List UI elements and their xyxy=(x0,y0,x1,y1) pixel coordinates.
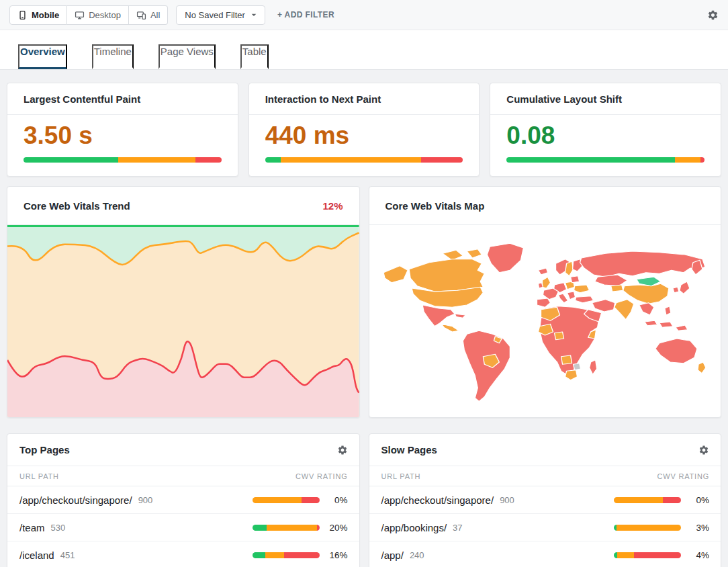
device-toggle-desktop-label: Desktop xyxy=(89,10,121,20)
metric-value: 0.08 xyxy=(506,122,704,149)
cwv-map-container xyxy=(369,225,721,418)
tab-page-views[interactable]: Page Views xyxy=(158,44,216,69)
device-toggle-desktop[interactable]: Desktop xyxy=(67,5,129,25)
slow-pages-card: Slow Pages URL PATH CWV RATING /app/chec… xyxy=(369,433,722,567)
monitor-icon xyxy=(75,10,85,20)
trend-change-badge: 12% xyxy=(322,200,343,212)
rating-distribution-bar xyxy=(614,525,681,531)
table-row[interactable]: /app/checkout/singapore/ 900 0% xyxy=(369,486,721,514)
cwv-trend-chart[interactable] xyxy=(7,225,359,418)
table-row[interactable]: /team 530 20% xyxy=(7,514,359,541)
top-pages-title: Top Pages xyxy=(19,444,70,455)
rating-distribution-bar xyxy=(253,552,320,558)
page-count: 530 xyxy=(51,523,66,533)
cwv-rating-value: 20% xyxy=(320,523,348,533)
tab-table[interactable]: Table xyxy=(240,44,269,69)
metric-card-inp: Interaction to Next Paint 440 ms xyxy=(248,83,480,177)
device-toggle-mobile-label: Mobile xyxy=(32,10,59,20)
add-filter-button[interactable]: + ADD FILTER xyxy=(277,10,334,19)
trend-area-chart xyxy=(7,225,359,418)
gear-icon xyxy=(707,9,719,21)
metric-card-cls: Cumulative Layout Shift 0.08 xyxy=(490,83,721,177)
top-pages-card: Top Pages URL PATH CWV RATING /app/check… xyxy=(7,433,360,567)
caret-down-icon xyxy=(248,9,259,20)
world-map[interactable] xyxy=(377,238,713,406)
metric-value: 3.50 s xyxy=(24,122,222,149)
cwv-rating-value: 3% xyxy=(681,523,709,533)
rating-distribution-bar xyxy=(24,157,222,163)
column-header-cwv-rating: CWV RATING xyxy=(295,472,347,480)
map-panel-title: Core Web Vitals Map xyxy=(385,200,485,212)
gear-icon xyxy=(698,445,709,455)
device-toggle-all-label: All xyxy=(150,10,160,20)
toolbar-settings-button[interactable] xyxy=(707,9,719,21)
column-header-cwv-rating: CWV RATING xyxy=(657,472,709,480)
table-row[interactable]: /app/checkout/singapore/ 900 0% xyxy=(7,486,359,514)
device-toggle: Mobile Desktop All xyxy=(9,5,168,25)
metric-title: Interaction to Next Paint xyxy=(249,83,480,115)
tab-overview[interactable]: Overview xyxy=(18,44,67,69)
device-toggle-mobile[interactable]: Mobile xyxy=(9,5,67,25)
page-path[interactable]: /team xyxy=(19,522,45,533)
dashboard-content: Largest Contentful Paint 3.50 s Interact… xyxy=(0,70,728,567)
view-tabs: Overview Timeline Page Views Table xyxy=(0,30,728,70)
rating-distribution-bar xyxy=(614,497,681,503)
rating-distribution-bar xyxy=(265,157,463,163)
devices-icon xyxy=(136,10,146,20)
gear-icon xyxy=(337,445,348,455)
device-toggle-all[interactable]: All xyxy=(129,5,168,25)
rating-distribution-bar xyxy=(614,552,681,558)
metric-value: 440 ms xyxy=(265,122,463,149)
top-toolbar: Mobile Desktop All No Saved Filter + ADD… xyxy=(0,0,728,30)
metric-card-lcp: Largest Contentful Paint 3.50 s xyxy=(7,83,238,177)
page-count: 451 xyxy=(60,550,75,560)
rating-distribution-bar xyxy=(253,497,320,503)
phone-icon xyxy=(17,10,28,20)
rating-distribution-bar xyxy=(253,525,320,531)
column-header-url-path: URL PATH xyxy=(381,472,421,480)
rating-distribution-bar xyxy=(506,157,704,163)
table-row[interactable]: /iceland 451 16% xyxy=(7,541,359,567)
table-row[interactable]: /app/ 240 4% xyxy=(369,541,721,567)
cwv-rating-value: 0% xyxy=(681,495,709,505)
page-count: 900 xyxy=(500,495,514,505)
page-path[interactable]: /iceland xyxy=(19,550,54,561)
page-path[interactable]: /app/checkout/singapore/ xyxy=(381,494,494,506)
slow-pages-settings-button[interactable] xyxy=(698,445,709,455)
map-panel: Core Web Vitals Map xyxy=(369,186,722,418)
page-path[interactable]: /app/ xyxy=(381,550,404,561)
table-row[interactable]: /app/bookings/ 37 3% xyxy=(369,514,721,541)
page-count: 37 xyxy=(453,523,462,533)
trend-panel-title: Core Web Vitals Trend xyxy=(24,200,130,212)
cwv-rating-value: 16% xyxy=(320,550,348,560)
page-count: 900 xyxy=(138,495,153,505)
page-path[interactable]: /app/bookings/ xyxy=(381,522,447,533)
trend-panel: Core Web Vitals Trend 12% xyxy=(7,186,360,418)
metric-title: Largest Contentful Paint xyxy=(7,83,238,115)
saved-filter-dropdown[interactable]: No Saved Filter xyxy=(176,5,265,25)
slow-pages-title: Slow Pages xyxy=(381,444,437,455)
page-count: 240 xyxy=(410,550,424,560)
tab-timeline[interactable]: Timeline xyxy=(92,44,134,69)
page-path[interactable]: /app/checkout/singapore/ xyxy=(19,494,132,506)
cwv-rating-value: 0% xyxy=(320,495,348,505)
cwv-rating-value: 4% xyxy=(681,550,709,560)
metric-title: Cumulative Layout Shift xyxy=(490,83,721,115)
column-header-url-path: URL PATH xyxy=(19,472,59,480)
top-pages-settings-button[interactable] xyxy=(337,445,348,455)
saved-filter-label: No Saved Filter xyxy=(185,10,245,20)
